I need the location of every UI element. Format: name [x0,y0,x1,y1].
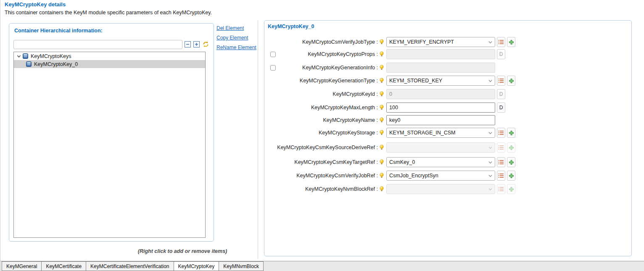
tab-keymgeneral[interactable]: KeyMGeneral [2,261,42,271]
cryptoprops-checkbox[interactable] [270,52,276,57]
chevron-down-icon [488,174,493,178]
list-button[interactable] [497,171,505,181]
tab-label: KeyMCertificateElementVerification [90,263,169,269]
row-keymcryptokeystorage: KeyMCryptoKeyStorage : KEYM_STORAGE_IN_C… [264,128,631,138]
bulb-icon [380,186,384,192]
selected-value: CsmKey_0 [389,159,415,165]
add-button [507,142,515,153]
list-icon [498,173,504,178]
rename-element-link[interactable]: ReName Element [216,45,256,50]
maxlength-input[interactable] [386,103,495,113]
tab-keymcertificateelementverification[interactable]: KeyMCertificateElementVerification [86,261,174,271]
element-actions: Del Element Copy Element ReName Element [216,25,256,50]
plus-icon [509,187,514,192]
plus-icon [509,130,514,136]
collapse-all-button[interactable] [185,41,191,47]
page-description: This container containers the KeyM modul… [5,10,212,16]
bulb-icon [380,91,384,97]
param-label: KeyMCryptoKeyStorage : [264,130,378,136]
row-keymcryptokeynvmblockref: KeyMCryptoKeyNvmBlockRef : [264,184,631,194]
default-button[interactable]: D [497,49,505,59]
default-button[interactable]: D [497,89,505,99]
row-keymcryptokeycsmverifyjobref: KeyMCryptoKeyCsmVerifyJobRef : CsmJob_En… [264,171,631,181]
param-label: KeyMCryptoKeyCsmKeySourceDeriveRef : [264,145,378,150]
tab-label: KeyMCertificate [46,263,82,269]
param-label: KeyMCryptoKeyName : [264,117,378,123]
list-button [497,142,505,153]
chevron-down-icon [488,79,493,83]
keym-config-page: KeyMCryptoKey details This container con… [0,0,644,271]
tree-item-keymcryptokey-0[interactable]: KeyMCryptoKey_0 [14,60,205,68]
add-button[interactable] [507,157,515,167]
tab-label: KeyMCryptoKey [178,263,215,269]
tab-keymcertificate[interactable]: KeyMCertificate [42,261,86,271]
tab-keymnvmblock[interactable]: KeyMNvmBlock [219,261,264,271]
csmkeytargetref-select[interactable]: CsmKey_0 [386,157,495,167]
row-keymcryptokeygenerationinfo: KeyMCryptoKeyGenerationInfo : [264,63,631,73]
tab-keymcryptokey[interactable]: KeyMCryptoKey [174,261,219,271]
list-icon [498,160,504,165]
bulb-icon [380,105,384,111]
add-button[interactable] [507,128,515,138]
selected-value: KEYM_STORED_KEY [389,78,442,84]
bulb-icon [380,65,384,71]
module-tabbar: KeyMGeneral KeyMCertificate KeyMCertific… [0,261,644,271]
tree-item-label: KeyMCryptoKey_0 [34,61,78,67]
list-icon [498,187,504,192]
list-icon [498,130,504,135]
refresh-button[interactable] [202,41,209,48]
param-label: KeyMCryptoKeyCryptoProps : [264,51,378,57]
add-button[interactable] [507,76,515,86]
chevron-down-icon [488,145,493,150]
generationinfo-checkbox[interactable] [270,65,276,71]
default-button[interactable]: D [497,103,505,113]
keystorage-select[interactable]: KEYM_STORAGE_IN_CSM [386,128,495,138]
param-label: KeyMCryptoKeyId : [264,91,378,97]
bulb-icon [380,51,384,57]
container-node-icon [23,53,28,59]
param-label: KeyMCryptoKeyGenerationInfo : [264,65,378,71]
tree-toolbar [185,41,209,48]
plus-icon [509,160,514,165]
list-button [497,184,505,194]
keymcryptokey-details-panel: KeyMCryptoKey_0 KeyMCryptoCsmVerifyJobTy… [264,20,632,256]
tree-item-label: KeyMCryptoKeys [31,53,71,59]
csmverifyjobref-select[interactable]: CsmJob_EncryptSyn [386,171,495,181]
chevron-down-icon [488,160,493,165]
row-keymcryptokeyid: KeyMCryptoKeyId : D [264,89,631,99]
copy-element-link[interactable]: Copy Element [216,35,256,41]
bulb-icon [380,159,384,165]
keyname-input[interactable] [386,115,495,125]
refresh-icon [202,41,209,48]
page-title: KeyMCryptoKey details [5,1,66,8]
list-button[interactable] [497,37,505,47]
chevron-expanded-icon[interactable] [16,54,21,59]
default-label: D [499,105,503,111]
selected-value: KEYM_STORAGE_IN_CSM [389,130,455,136]
bulb-icon [380,117,384,123]
verifyjobtype-select[interactable]: KEYM_VERIFY_ENCRYPT [386,37,495,47]
list-button[interactable] [497,128,505,138]
plus-icon [509,145,514,150]
keyid-input [386,89,495,99]
param-label: KeyMCryptoKeyCsmVerifyJobRef : [264,173,378,179]
add-button[interactable] [507,37,515,47]
expand-all-button[interactable] [193,41,200,47]
row-keymcryptokeymaxlength: KeyMCryptoKeyMaxLength : D [264,103,631,113]
bulb-icon [380,130,384,136]
tree-filter-input[interactable] [13,40,182,49]
cryptoprops-input [386,49,495,59]
row-keymcryptokeycryptoprops: KeyMCryptoKeyCryptoProps : D [264,49,631,59]
list-icon [498,39,504,45]
row-keymcryptocsmverifyjobtype: KeyMCryptoCsmVerifyJobType : KEYM_VERIFY… [264,37,631,47]
tab-label: KeyMNvmBlock [223,263,259,269]
add-button[interactable] [507,171,515,181]
generationtype-select[interactable]: KEYM_STORED_KEY [386,76,495,86]
chevron-down-icon [488,40,493,45]
tree-item-keymcryptokeys[interactable]: KeyMCryptoKeys [14,52,205,60]
list-button[interactable] [497,76,505,86]
details-title: KeyMCryptoKey_0 [268,24,314,29]
row-keymcryptokeygenerationtype: KeyMCryptoKeyGenerationType : KEYM_STORE… [264,76,631,86]
del-element-link[interactable]: Del Element [216,25,256,31]
list-button[interactable] [497,157,505,167]
